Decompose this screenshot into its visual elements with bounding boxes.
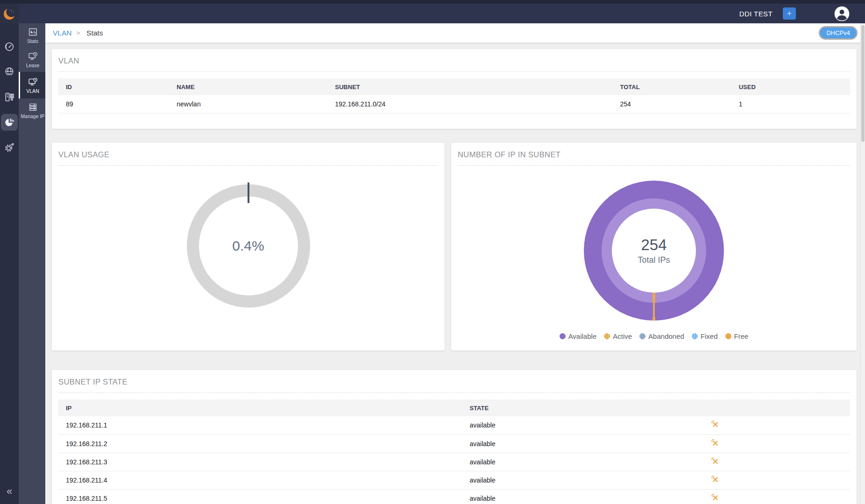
- ip-state-card-title: SUBNET IP STATE: [58, 370, 850, 386]
- vlan-usage-gauge: 0.4%: [187, 184, 310, 308]
- ip-cell: 192.168.211.1: [58, 416, 462, 434]
- row-actions[interactable]: [684, 416, 747, 434]
- add-button[interactable]: +: [783, 7, 796, 20]
- usage-card-title: VLAN USAGE: [58, 143, 438, 159]
- brand-logo-icon[interactable]: [3, 7, 17, 21]
- ip-count-card: NUMBER OF IP IN SUBNET 254 Total IPs Ava…: [451, 143, 857, 350]
- table-header-row: ID NAME SUBNET TOTAL USED: [58, 78, 850, 95]
- ip-cell: 192.168.211.4: [58, 471, 462, 489]
- vlan-used-cell: 1: [731, 95, 850, 113]
- legend-dot-fixed: [692, 333, 698, 339]
- column-header-name: NAME: [169, 78, 327, 95]
- dns-globe-icon: DNS: [1, 63, 18, 80]
- scrollbar-thumb[interactable]: [861, 25, 865, 142]
- tools-icon[interactable]: [711, 439, 719, 447]
- sidebar-item-vlan[interactable]: VLAN: [19, 72, 45, 98]
- breadcrumb-current: Stats: [86, 29, 103, 37]
- ip-donut-chart: 254 Total IPs: [584, 181, 724, 321]
- row-actions[interactable]: [684, 471, 747, 489]
- gauge-value: 0.4%: [199, 196, 298, 295]
- donut-total-label: Total IPs: [638, 255, 670, 265]
- stats-chart-icon: [28, 27, 38, 37]
- svg-text:DNS: DNS: [7, 73, 12, 76]
- breadcrumb: VLAN > Stats DHCPv4: [45, 23, 865, 43]
- state-cell: available: [462, 489, 684, 504]
- sidebar-item-stats-page[interactable]: Stats: [19, 23, 45, 48]
- legend-label: Active: [613, 332, 632, 340]
- vlan-table: ID NAME SUBNET TOTAL USED 89 newvlan 192…: [58, 78, 850, 113]
- row-actions[interactable]: [684, 434, 747, 453]
- donut-center: 254 Total IPs: [612, 209, 696, 293]
- tools-icon[interactable]: [711, 494, 719, 502]
- legend-label: Free: [734, 332, 749, 340]
- column-header-id: ID: [58, 78, 169, 95]
- sidebar-collapse-button[interactable]: «: [0, 485, 19, 497]
- vlan-card: VLAN ID NAME SUBNET TOTAL USED 89 newvla…: [52, 49, 857, 129]
- column-header-ip: IP: [58, 399, 462, 416]
- vlan-name-cell: newvlan: [169, 95, 327, 113]
- sidebar-item-dashboard[interactable]: [0, 37, 19, 56]
- ipam-icon: [1, 89, 18, 105]
- table-row[interactable]: 192.168.211.3 available: [58, 453, 850, 471]
- row-actions[interactable]: [684, 489, 747, 504]
- dhcp-version-badge[interactable]: DHCPv4: [819, 26, 858, 40]
- secondary-sidebar: Stats Lease: [19, 23, 45, 504]
- legend-item-available[interactable]: Available: [560, 332, 597, 340]
- vlan-usage-card: VLAN USAGE 0.4%: [52, 143, 445, 350]
- donut-legend: Available Active Abandoned Fixed: [458, 332, 850, 340]
- legend-dot-free: [725, 333, 731, 339]
- table-row[interactable]: 192.168.211.4 available: [58, 471, 850, 489]
- dashboard-icon: [1, 38, 18, 55]
- breadcrumb-parent-link[interactable]: VLAN: [53, 29, 72, 37]
- vlan-id-cell: 89: [58, 95, 169, 113]
- legend-dot-available: [560, 333, 566, 339]
- sidebar-item-manage-ip[interactable]: Manage IP: [19, 98, 45, 123]
- column-header-spacer: [747, 399, 850, 416]
- org-name: DDI TEST: [739, 10, 773, 18]
- legend-item-active[interactable]: Active: [604, 332, 632, 340]
- stats-pie-icon: [1, 114, 18, 131]
- legend-label: Available: [568, 332, 597, 340]
- user-avatar-icon[interactable]: [834, 6, 850, 21]
- sidebar-item-label: Stats: [27, 38, 38, 44]
- ip-count-card-title: NUMBER OF IP IN SUBNET: [458, 143, 850, 159]
- breadcrumb-separator: >: [77, 29, 80, 36]
- tools-icon[interactable]: [711, 476, 719, 483]
- tools-icon[interactable]: [711, 420, 719, 428]
- table-row[interactable]: 89 newvlan 192.168.211.0/24 254 1: [58, 95, 850, 113]
- app-root: DDI TEST +: [0, 0, 865, 504]
- sidebar-item-settings[interactable]: [0, 138, 19, 157]
- main-content: VLAN > Stats DHCPv4 VLAN ID NAME SUBNET …: [45, 23, 865, 504]
- vlan-total-cell: 254: [612, 95, 731, 113]
- ip-cell: 192.168.211.5: [58, 489, 462, 504]
- row-actions[interactable]: [684, 453, 747, 471]
- ip-state-table: IP STATE 192.168.211.1 available 192.1: [58, 399, 850, 504]
- legend-dot-active: [604, 333, 610, 339]
- state-cell: available: [462, 416, 684, 434]
- tools-icon[interactable]: [711, 457, 719, 465]
- state-cell: available: [462, 434, 684, 453]
- top-strip: [0, 0, 865, 4]
- vlan-subnet-cell: 192.168.211.0/24: [327, 95, 612, 113]
- legend-label: Fixed: [701, 332, 718, 340]
- table-row[interactable]: 192.168.211.2 available: [58, 434, 850, 453]
- sidebar-item-lease[interactable]: Lease: [19, 48, 45, 72]
- table-header-row: IP STATE: [58, 399, 850, 416]
- sidebar-item-stats[interactable]: [0, 113, 19, 132]
- sidebar-item-ipam[interactable]: [0, 88, 19, 106]
- page-scrollbar[interactable]: [860, 23, 865, 504]
- sidebar-item-label: VLAN: [26, 88, 39, 94]
- legend-item-free[interactable]: Free: [725, 332, 749, 340]
- legend-item-fixed[interactable]: Fixed: [692, 332, 718, 340]
- table-row[interactable]: 192.168.211.1 available: [58, 416, 850, 434]
- sidebar-item-label: Manage IP: [21, 113, 45, 119]
- sidebar-item-dns[interactable]: DNS: [0, 63, 19, 81]
- table-row[interactable]: 192.168.211.5 available: [58, 489, 850, 504]
- manage-ip-server-icon: [28, 102, 38, 112]
- legend-label: Abandoned: [648, 332, 684, 340]
- column-header-state: STATE: [462, 399, 684, 416]
- legend-item-abandoned[interactable]: Abandoned: [639, 332, 684, 340]
- state-cell: available: [462, 471, 684, 489]
- donut-total-value: 254: [641, 236, 666, 254]
- lease-monitor-icon: [28, 51, 38, 61]
